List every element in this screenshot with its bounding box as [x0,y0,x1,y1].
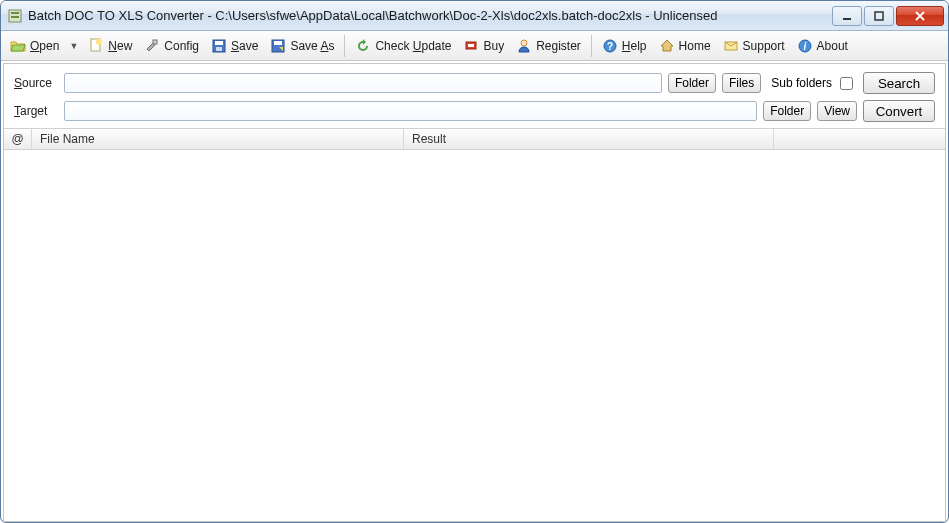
source-label: Source [14,76,58,90]
mail-icon [723,38,739,54]
config-button[interactable]: Config [139,34,204,58]
svg-rect-1 [11,12,19,14]
buy-button[interactable]: Buy [458,34,509,58]
save-button[interactable]: Save [206,34,263,58]
check-update-button[interactable]: Check Update [350,34,456,58]
support-button[interactable]: Support [718,34,790,58]
target-input[interactable] [64,101,757,121]
col-result[interactable]: Result [404,129,774,149]
svg-text:i: i [803,41,806,52]
source-files-button[interactable]: Files [722,73,761,93]
svg-point-8 [96,39,102,45]
cart-icon [463,38,479,54]
target-view-button[interactable]: View [817,101,857,121]
svg-rect-11 [215,41,223,45]
list-header: @ File Name Result [4,128,945,150]
subfolders-label: Sub folders [771,76,832,90]
form-area: Source Folder Files Sub folders Search T… [4,64,945,128]
list-body[interactable] [4,150,945,521]
svg-point-17 [521,40,527,46]
home-icon [659,38,675,54]
svg-rect-3 [843,18,851,20]
config-icon [144,38,160,54]
close-button[interactable] [896,6,944,26]
save-as-button[interactable]: Save As [265,34,339,58]
source-input[interactable] [64,73,662,93]
svg-rect-14 [274,41,282,45]
open-button[interactable]: Open [5,34,64,58]
info-icon: i [797,38,813,54]
folder-open-icon [10,38,26,54]
about-button[interactable]: i About [792,34,853,58]
app-icon [7,8,23,24]
svg-text:?: ? [607,41,613,52]
home-button[interactable]: Home [654,34,716,58]
col-filename[interactable]: File Name [32,129,404,149]
subfolders-checkbox[interactable] [840,77,853,90]
maximize-button[interactable] [864,6,894,26]
source-folder-button[interactable]: Folder [668,73,716,93]
new-file-icon [88,38,104,54]
minimize-button[interactable] [832,6,862,26]
user-icon [516,38,532,54]
target-folder-button[interactable]: Folder [763,101,811,121]
register-button[interactable]: Register [511,34,586,58]
target-label: Target [14,104,58,118]
svg-rect-4 [875,12,883,20]
refresh-icon [355,38,371,54]
help-icon: ? [602,38,618,54]
svg-rect-16 [468,44,474,47]
help-button[interactable]: ? Help [597,34,652,58]
toolbar: Open ▼ New Config Save Save As Check Upd… [1,31,948,61]
search-button[interactable]: Search [863,72,935,94]
svg-rect-12 [216,47,222,51]
window-title: Batch DOC TO XLS Converter - C:\Users\sf… [28,8,832,23]
svg-rect-9 [153,40,157,44]
separator [591,35,592,57]
open-dropdown[interactable]: ▼ [66,41,81,51]
col-empty[interactable] [774,129,945,149]
save-as-icon [270,38,286,54]
convert-button[interactable]: Convert [863,100,935,122]
titlebar: Batch DOC TO XLS Converter - C:\Users\sf… [1,1,948,31]
save-icon [211,38,227,54]
new-button[interactable]: New [83,34,137,58]
col-at[interactable]: @ [4,129,32,149]
separator [344,35,345,57]
svg-rect-2 [11,16,19,18]
